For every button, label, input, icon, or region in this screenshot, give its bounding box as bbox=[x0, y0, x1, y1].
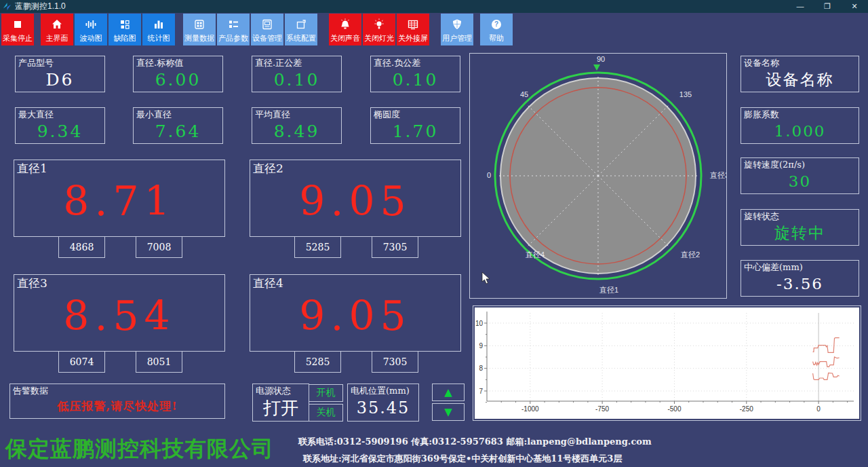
polar-view-panel: 90451350直径3直径4直径2直径1 bbox=[469, 53, 727, 299]
toolbar-button-label: 采集停止 bbox=[3, 33, 33, 43]
bulb-icon bbox=[372, 18, 386, 31]
diameter-box: 直径38.54 bbox=[14, 274, 225, 352]
toolbar-button-8[interactable]: 设备管理 bbox=[251, 14, 283, 45]
device-icon bbox=[260, 18, 274, 31]
svg-text:-1000: -1000 bbox=[521, 405, 539, 413]
power-off-button[interactable]: 关机 bbox=[309, 404, 343, 422]
toolbar-button-10[interactable]: 关闭声音 bbox=[329, 14, 361, 45]
toolbar-button-3[interactable]: 波动图 bbox=[75, 14, 107, 45]
toolbar-button-label: 关闭声音 bbox=[330, 33, 360, 43]
contact-phone-line: 联系电话:0312-5909196 传真:0312-5957683 邮箱:lan… bbox=[298, 436, 652, 448]
svg-text:45: 45 bbox=[520, 90, 528, 98]
motor-position-value: 35.45 bbox=[348, 395, 418, 421]
device-panel-value: -3.56 bbox=[741, 272, 859, 296]
title-bar: 蓝鹏测控1.1.0 — ❐ ✕ bbox=[0, 0, 868, 13]
sensor-count-1: 4868 bbox=[58, 236, 105, 258]
defect-icon bbox=[118, 18, 132, 31]
toolbar-button-13[interactable]: 用户管理 bbox=[441, 14, 473, 45]
device-panel-3: 旋转速度(2π/s)30 bbox=[741, 157, 859, 194]
diameter-box: 直径29.05 bbox=[250, 160, 461, 237]
toolbar-button-label: 用户管理 bbox=[442, 33, 472, 43]
toolbar-button-label: 帮助 bbox=[489, 33, 504, 43]
help-icon: ? bbox=[490, 18, 503, 31]
toolbar-button-label: 波动图 bbox=[80, 33, 102, 43]
stat-value: 6.00 bbox=[134, 67, 222, 92]
stat-panel-3: 直径.正公差0.10 bbox=[252, 56, 342, 92]
toolbar-button-label: 主界面 bbox=[46, 33, 68, 43]
config-icon bbox=[294, 18, 308, 31]
toolbar-button-7[interactable]: 产品参数 bbox=[217, 14, 250, 45]
toolbar-button-label: 产品参数 bbox=[218, 33, 248, 43]
svg-text:0: 0 bbox=[487, 171, 491, 179]
diameter-value: 8.54 bbox=[14, 280, 224, 351]
stat-value: D6 bbox=[16, 67, 104, 92]
up-arrow-icon: ▲ bbox=[444, 386, 452, 398]
stat-panel-1: 产品型号D6 bbox=[15, 56, 105, 92]
device-panel-5: 中心偏差(mm)-3.56 bbox=[741, 260, 859, 297]
toolbar-button-label: 统计图 bbox=[148, 33, 170, 43]
motor-up-button[interactable]: ▲ bbox=[432, 384, 465, 401]
shield-icon bbox=[450, 18, 464, 31]
toolbar-button-label: 关闭灯光 bbox=[364, 33, 394, 43]
power-status-value: 打开 bbox=[253, 395, 309, 421]
company-name: 保定蓝鹏测控科技有限公司 bbox=[5, 434, 274, 464]
toolbar-button-6[interactable]: 测量数据 bbox=[183, 14, 216, 45]
close-button[interactable]: ✕ bbox=[841, 0, 868, 13]
diameter-value: 8.71 bbox=[14, 166, 224, 236]
device-panel-value: 30 bbox=[741, 169, 859, 193]
trend-chart-panel: 78910-1000-750-500-2500 bbox=[473, 305, 861, 421]
stat-panel-5: 最大直径9.34 bbox=[15, 107, 105, 144]
sensor-count-2: 7008 bbox=[136, 236, 182, 258]
toolbar-button-4[interactable]: 缺陷图 bbox=[108, 14, 141, 45]
device-panel-value: 设备名称 bbox=[741, 67, 859, 92]
toolbar-button-2[interactable]: 主界面 bbox=[41, 14, 73, 45]
alarm-panel: 告警数据 低压报警,请尽快处理! bbox=[9, 384, 225, 419]
diameter-box: 直径18.71 bbox=[14, 160, 225, 237]
stat-value: 0.10 bbox=[371, 67, 460, 92]
stop-icon bbox=[11, 18, 24, 31]
svg-text:直径1: 直径1 bbox=[599, 286, 618, 294]
diameter-value: 9.05 bbox=[250, 166, 460, 236]
stat-panel-6: 最小直径7.64 bbox=[133, 107, 223, 144]
device-panel-4: 旋转状态旋转中 bbox=[741, 209, 859, 246]
svg-text:135: 135 bbox=[679, 90, 692, 98]
toolbar-button-11[interactable]: 关闭灯光 bbox=[363, 14, 395, 45]
motor-down-button[interactable]: ▼ bbox=[432, 403, 465, 421]
stat-panel-8: 椭圆度1.70 bbox=[370, 107, 460, 144]
stat-panel-4: 直径.负公差0.10 bbox=[370, 56, 460, 92]
stat-value: 9.34 bbox=[16, 119, 104, 143]
svg-text:10: 10 bbox=[475, 320, 484, 327]
data-icon bbox=[193, 18, 206, 31]
toolbar-button-12[interactable]: 关外接屏 bbox=[397, 14, 429, 45]
device-panel-2: 膨胀系数1.000 bbox=[741, 107, 859, 144]
sensor-count-2: 7305 bbox=[372, 236, 418, 258]
stat-panel-7: 平均直径8.49 bbox=[252, 107, 342, 144]
app-logo-icon bbox=[3, 2, 12, 11]
home-icon bbox=[50, 18, 64, 31]
svg-text:-250: -250 bbox=[740, 405, 753, 413]
contact-address-line: 联系地址:河北省保定市惠阳街369号保定•中关村创新中心基地11号楼西单元3层 bbox=[303, 453, 622, 465]
sensor-count-1: 5285 bbox=[294, 351, 341, 373]
toolbar-button-9[interactable]: 系统配置 bbox=[285, 14, 317, 45]
toolbar-button-5[interactable]: 统计图 bbox=[142, 14, 175, 45]
toolbar-button-label: 设备管理 bbox=[252, 33, 282, 43]
svg-text:8: 8 bbox=[479, 365, 483, 372]
power-on-button[interactable]: 开机 bbox=[309, 384, 343, 402]
svg-text:90: 90 bbox=[597, 55, 605, 63]
toolbar-button-1[interactable]: 采集停止 bbox=[1, 14, 34, 45]
svg-text:直径4: 直径4 bbox=[525, 250, 545, 259]
mouse-cursor bbox=[481, 272, 491, 285]
stat-value: 8.49 bbox=[252, 119, 341, 143]
device-panel-1: 设备名称设备名称 bbox=[741, 56, 859, 92]
maximize-button[interactable]: ❐ bbox=[814, 0, 841, 13]
sensor-count-2: 7305 bbox=[372, 351, 418, 373]
alarm-bell-icon bbox=[338, 18, 352, 31]
minimize-button[interactable]: — bbox=[787, 0, 814, 13]
sensor-count-1: 5285 bbox=[294, 236, 341, 258]
stat-value: 1.70 bbox=[371, 119, 460, 143]
svg-text:直径3: 直径3 bbox=[709, 171, 726, 179]
toolbar-button-14[interactable]: ?帮助 bbox=[480, 14, 513, 45]
stat-value: 7.64 bbox=[134, 119, 222, 143]
polar-cross-section: 90451350直径3直径4直径2直径1 bbox=[470, 54, 726, 298]
svg-text:?: ? bbox=[494, 20, 498, 28]
